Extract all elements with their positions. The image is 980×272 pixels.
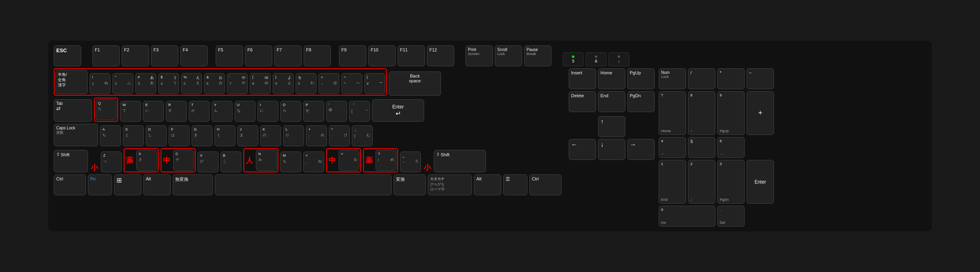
key-end[interactable]: End: [598, 91, 625, 112]
key-slash[interactable]: ? /め: [376, 150, 396, 171]
key-arrow-right[interactable]: →: [627, 139, 655, 160]
key-fn[interactable]: Fn: [88, 174, 112, 195]
key-p[interactable]: P せ: [303, 101, 324, 122]
key-semicolon[interactable]: + ;れ: [306, 125, 327, 146]
key-m[interactable]: M も: [280, 151, 301, 172]
key-l[interactable]: L り: [283, 125, 304, 146]
key-7[interactable]: ' や 7 や: [227, 73, 248, 94]
key-insert[interactable]: Insert: [569, 68, 596, 89]
key-ctrl-right[interactable]: Ctrl: [529, 174, 561, 195]
key-f7[interactable]: F7: [274, 45, 302, 66]
key-numpad-slash[interactable]: /: [688, 68, 715, 89]
key-caret[interactable]: ~ ^ へ: [341, 73, 362, 94]
key-henkan[interactable]: 変換: [394, 174, 426, 195]
key-d[interactable]: D し: [146, 125, 167, 146]
key-home[interactable]: Home: [598, 68, 625, 89]
key-f11[interactable]: F11: [398, 45, 425, 66]
key-arrow-down[interactable]: ↓: [598, 139, 625, 160]
key-numpad-7[interactable]: 7 Home: [659, 91, 686, 135]
key-pause-break[interactable]: PauseBreak: [524, 45, 551, 66]
key-alt-left[interactable]: Alt: [143, 174, 171, 195]
key-at[interactable]: ' @゛: [326, 101, 347, 122]
key-bracket-open[interactable]: 「 [°: [349, 101, 370, 122]
key-pgup[interactable]: PgUp: [627, 68, 655, 89]
key-numpad-asterisk[interactable]: *: [717, 68, 745, 89]
key-n[interactable]: N み: [256, 150, 277, 171]
key-y[interactable]: Y ん: [212, 101, 233, 122]
key-c[interactable]: C そ: [173, 150, 194, 171]
key-muhenkan[interactable]: 無変換: [173, 174, 213, 195]
key-8[interactable]: ( ゆ 8 ゆ: [250, 73, 271, 94]
key-f6[interactable]: F6: [245, 45, 272, 66]
key-f9[interactable]: F9: [339, 45, 366, 66]
key-k[interactable]: K の: [260, 125, 281, 146]
key-f3[interactable]: F3: [151, 45, 178, 66]
key-i[interactable]: I に: [257, 101, 278, 122]
key-2[interactable]: " 2 ふ: [112, 73, 133, 94]
key-pgdn[interactable]: PgDn: [627, 91, 655, 112]
key-f10[interactable]: F10: [368, 45, 396, 66]
key-scroll-lock[interactable]: ScrollLock: [495, 45, 522, 66]
key-f2[interactable]: F2: [122, 45, 149, 66]
key-u[interactable]: U な: [235, 101, 255, 122]
key-space[interactable]: [215, 174, 392, 195]
key-t[interactable]: T か: [189, 101, 210, 122]
key-e[interactable]: E い: [143, 101, 164, 122]
key-period[interactable]: > .る: [339, 150, 359, 171]
key-5[interactable]: % え 5 え: [181, 73, 202, 94]
key-esc[interactable]: ESC: [54, 45, 81, 66]
key-f12[interactable]: F12: [427, 45, 454, 66]
key-4[interactable]: $ う 4 う: [158, 73, 179, 94]
key-j[interactable]: J ま: [237, 125, 258, 146]
key-h[interactable]: H く: [214, 125, 235, 146]
key-yen[interactable]: | ¥ ー: [364, 73, 385, 94]
key-f5[interactable]: F5: [216, 45, 243, 66]
key-arrow-left[interactable]: ←: [569, 139, 596, 160]
key-arrow-up[interactable]: ↑: [598, 116, 625, 137]
key-print-screen[interactable]: PrintScreen: [466, 45, 493, 66]
key-numpad-3[interactable]: 3 PgDn: [717, 160, 745, 204]
key-numpad-plus[interactable]: +: [747, 91, 774, 135]
key-numpad-1[interactable]: 1 End: [659, 160, 686, 204]
key-underscore[interactable]: _ −ろ: [400, 151, 421, 172]
key-katakana[interactable]: カタカナ ひらがな ローマ字: [428, 174, 472, 195]
key-r[interactable]: R す: [166, 101, 187, 122]
key-delete[interactable]: Delete: [569, 91, 596, 112]
key-z[interactable]: Z っ: [101, 151, 122, 172]
key-numpad-enter[interactable]: Enter: [747, 160, 774, 204]
key-numpad-5[interactable]: 5: [688, 137, 715, 158]
key-bracket-close[interactable]: 」 ]む: [352, 125, 373, 146]
key-q[interactable]: Q た: [96, 99, 116, 120]
key-numpad-decimal[interactable]: . Del: [717, 206, 745, 227]
key-numlock[interactable]: NumLock: [659, 68, 686, 89]
key-f1[interactable]: F1: [92, 45, 120, 66]
key-v[interactable]: V ひ: [198, 151, 218, 172]
key-6[interactable]: & お 6 お: [204, 73, 225, 94]
key-o[interactable]: O ら: [280, 101, 301, 122]
key-backspace[interactable]: Back space: [389, 72, 441, 96]
key-f[interactable]: F は: [169, 125, 190, 146]
key-numpad-9[interactable]: 9 PgUp: [717, 91, 745, 135]
key-w[interactable]: W て: [120, 101, 141, 122]
key-1[interactable]: ! 1 ぬ: [90, 73, 110, 94]
key-numpad-2[interactable]: 2 ↓: [688, 160, 715, 204]
key-numpad-8[interactable]: 8 ↑: [688, 91, 715, 135]
key-capslock[interactable]: Caps Lock 英数: [54, 124, 98, 146]
key-minus[interactable]: = − ほ: [318, 73, 339, 94]
key-shift-left[interactable]: ⇧ Shift: [54, 150, 88, 172]
key-enter[interactable]: Enter ↵: [372, 99, 424, 122]
key-numpad-6[interactable]: 6 →: [717, 137, 745, 158]
key-win[interactable]: ⊞: [114, 174, 141, 195]
key-numpad-4[interactable]: 4 ←: [659, 137, 686, 158]
key-shift-right[interactable]: ⇧ Shift: [434, 150, 486, 172]
key-alt-right[interactable]: Alt: [474, 174, 501, 195]
key-hankaku[interactable]: 半角/ 全角 漢字: [55, 70, 88, 94]
key-g[interactable]: G き: [192, 125, 212, 146]
key-ctrl-left[interactable]: Ctrl: [54, 174, 86, 195]
key-f4[interactable]: F4: [180, 45, 208, 66]
key-f8[interactable]: F8: [304, 45, 331, 66]
key-menu[interactable]: ☰: [503, 174, 527, 195]
key-a[interactable]: A ち: [100, 125, 121, 146]
key-x[interactable]: X さ: [136, 150, 157, 171]
key-tab[interactable]: Tab ⇄: [54, 99, 92, 122]
